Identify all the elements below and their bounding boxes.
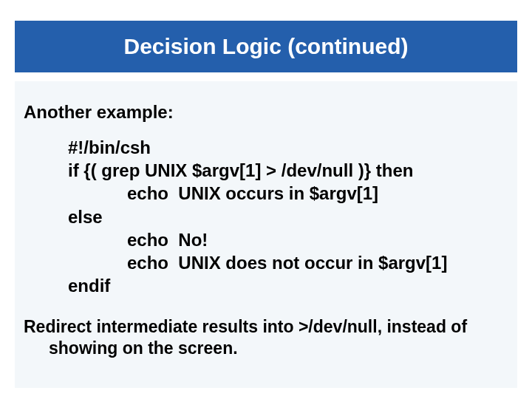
code-line-echo-no: echo No! (68, 228, 508, 251)
code-line-if: if {( grep UNIX $argv[1] > /dev/null )} … (68, 159, 508, 182)
intro-text: Another example: (24, 102, 508, 123)
code-line-echo-notoccur: echo UNIX does not occur in $argv[1] (68, 251, 508, 274)
footer-note: Redirect intermediate results into >/dev… (49, 316, 508, 359)
code-line-shebang: #!/bin/csh (68, 136, 508, 159)
code-line-echo-occurs: echo UNIX occurs in $argv[1] (68, 182, 508, 205)
code-line-endif: endif (68, 274, 508, 297)
title-bar: Decision Logic (continued) (15, 21, 517, 72)
slide: Decision Logic (continued) Another examp… (0, 0, 532, 399)
slide-content: Another example: #!/bin/csh if {( grep U… (15, 81, 517, 388)
code-block: #!/bin/csh if {( grep UNIX $argv[1] > /d… (68, 136, 508, 297)
code-line-else: else (68, 205, 508, 228)
slide-title: Decision Logic (continued) (123, 34, 408, 59)
